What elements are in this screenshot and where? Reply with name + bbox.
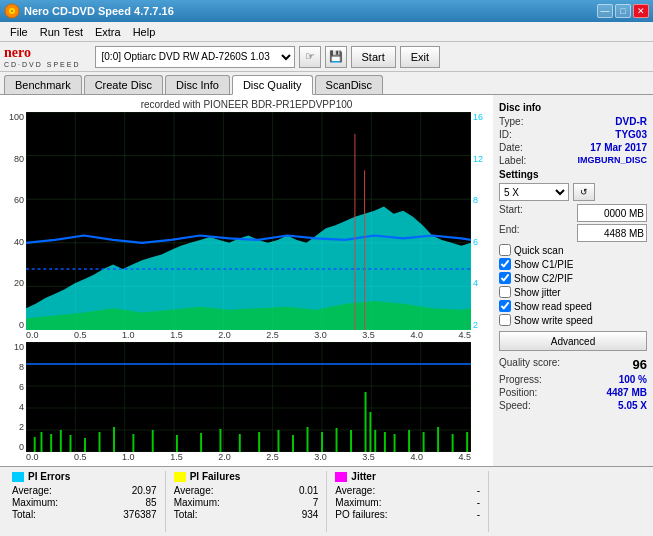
- pi-failures-total-row: Total: 934: [174, 509, 319, 520]
- chart-title: recorded with PIONEER BDR-PR1EPDVPP100: [4, 99, 489, 110]
- quality-score-value: 96: [633, 357, 647, 372]
- minimize-button[interactable]: —: [597, 4, 613, 18]
- toolbar-fingerprint-button[interactable]: ☞: [299, 46, 321, 68]
- svg-rect-70: [437, 427, 439, 452]
- disc-id-label: ID:: [499, 129, 512, 140]
- quality-score-label: Quality score:: [499, 357, 560, 372]
- menu-help[interactable]: Help: [127, 24, 162, 40]
- show-c2-pif-row: Show C2/PIF: [499, 272, 647, 284]
- speed-select[interactable]: 5 X: [499, 183, 569, 201]
- show-read-speed-checkbox[interactable]: [499, 300, 511, 312]
- lower-chart-svg: [26, 342, 471, 452]
- progress-label: Progress:: [499, 374, 542, 385]
- speed-row: 5 X ↺: [499, 183, 647, 201]
- svg-rect-58: [292, 435, 294, 452]
- lower-chart: [26, 342, 471, 452]
- show-write-speed-checkbox[interactable]: [499, 314, 511, 326]
- svg-rect-50: [132, 434, 134, 452]
- app-window: Nero CD-DVD Speed 4.7.7.16 — □ ✕ File Ru…: [0, 0, 653, 536]
- svg-rect-44: [50, 434, 52, 452]
- position-value: 4487 MB: [606, 387, 647, 398]
- disc-type-label: Type:: [499, 116, 523, 127]
- quick-scan-checkbox[interactable]: [499, 244, 511, 256]
- pi-failures-avg-label: Average:: [174, 485, 214, 496]
- footer-spacer: [489, 471, 649, 532]
- show-c2-pif-checkbox[interactable]: [499, 272, 511, 284]
- menu-bar: File Run Test Extra Help: [0, 22, 653, 42]
- quality-section: Quality score: 96 Progress: 100 % Positi…: [499, 357, 647, 411]
- svg-rect-52: [176, 435, 178, 452]
- jitter-max-label: Maximum:: [335, 497, 381, 508]
- svg-rect-61: [336, 428, 338, 452]
- jitter-average-row: Average: -: [335, 485, 480, 496]
- svg-rect-43: [41, 432, 43, 452]
- svg-rect-53: [200, 433, 202, 452]
- svg-rect-69: [423, 432, 425, 452]
- settings-refresh-button[interactable]: ↺: [573, 183, 595, 201]
- disc-type-row: Type: DVD-R: [499, 116, 647, 127]
- maximize-button[interactable]: □: [615, 4, 631, 18]
- position-label: Position:: [499, 387, 537, 398]
- svg-rect-57: [278, 430, 280, 452]
- svg-rect-65: [374, 430, 376, 452]
- jitter-col: Jitter Average: - Maximum: - PO failures…: [327, 471, 489, 532]
- tab-disc-info[interactable]: Disc Info: [165, 75, 230, 94]
- toolbar-save-button[interactable]: 💾: [325, 46, 347, 68]
- upper-right-axis: 16 12 8 6 4 2: [471, 112, 489, 330]
- show-jitter-label: Show jitter: [514, 287, 561, 298]
- close-button[interactable]: ✕: [633, 4, 649, 18]
- menu-extra[interactable]: Extra: [89, 24, 127, 40]
- pi-errors-color-box: [12, 472, 24, 482]
- disc-label-value: IMGBURN_DISC: [577, 155, 647, 166]
- svg-rect-71: [452, 434, 454, 452]
- svg-rect-66: [384, 432, 386, 452]
- pi-failures-total-value: 934: [302, 509, 319, 520]
- show-jitter-checkbox[interactable]: [499, 286, 511, 298]
- logo-area: nero CD·DVD SPEED: [4, 45, 87, 67]
- tab-benchmark[interactable]: Benchmark: [4, 75, 82, 94]
- show-c1-pie-checkbox[interactable]: [499, 258, 511, 270]
- svg-rect-59: [307, 427, 309, 452]
- nero-text: nero: [4, 45, 31, 60]
- advanced-button[interactable]: Advanced: [499, 331, 647, 351]
- start-input[interactable]: [577, 204, 647, 222]
- nero-logo: nero CD·DVD SPEED: [4, 45, 81, 67]
- svg-rect-51: [152, 430, 154, 452]
- end-input[interactable]: [577, 224, 647, 242]
- svg-rect-63: [365, 392, 367, 452]
- pi-failures-label: PI Failures: [190, 471, 241, 482]
- po-failures-label: PO failures:: [335, 509, 387, 520]
- quality-score-row: Quality score: 96: [499, 357, 647, 372]
- drive-selector[interactable]: [0:0] Optiarc DVD RW AD-7260S 1.03: [95, 46, 295, 68]
- start-button[interactable]: Start: [351, 46, 396, 68]
- tab-create-disc[interactable]: Create Disc: [84, 75, 163, 94]
- tab-disc-quality[interactable]: Disc Quality: [232, 75, 313, 95]
- disc-label-row: Label: IMGBURN_DISC: [499, 155, 647, 166]
- upper-y-axis: 100 80 60 40 20 0: [4, 112, 26, 330]
- show-write-speed-row: Show write speed: [499, 314, 647, 326]
- svg-point-2: [11, 10, 13, 12]
- cd-dvd-text: CD·DVD SPEED: [4, 61, 81, 68]
- upper-chart-svg: [26, 112, 471, 330]
- pi-failures-max-row: Maximum: 7: [174, 497, 319, 508]
- pi-errors-header: PI Errors: [12, 471, 157, 482]
- menu-file[interactable]: File: [4, 24, 34, 40]
- pi-errors-label: PI Errors: [28, 471, 70, 482]
- svg-rect-45: [60, 430, 62, 452]
- tab-scan-disc[interactable]: ScanDisc: [315, 75, 383, 94]
- show-c2-pif-label: Show C2/PIF: [514, 273, 573, 284]
- svg-rect-54: [219, 429, 221, 452]
- svg-rect-55: [239, 434, 241, 452]
- x-axis-lower: 0.0 0.5 1.0 1.5 2.0 2.5 3.0 3.5 4.0 4.5: [4, 452, 489, 462]
- exit-button[interactable]: Exit: [400, 46, 440, 68]
- menu-run-test[interactable]: Run Test: [34, 24, 89, 40]
- start-row: Start:: [499, 204, 647, 222]
- end-row: End:: [499, 224, 647, 242]
- disc-label-label: Label:: [499, 155, 526, 166]
- pi-errors-max-value: 85: [146, 497, 157, 508]
- disc-id-row: ID: TYG03: [499, 129, 647, 140]
- content-area: recorded with PIONEER BDR-PR1EPDVPP100 1…: [0, 95, 653, 466]
- svg-rect-62: [350, 430, 352, 452]
- pi-errors-max-label: Maximum:: [12, 497, 58, 508]
- pi-errors-average-row: Average: 20.97: [12, 485, 157, 496]
